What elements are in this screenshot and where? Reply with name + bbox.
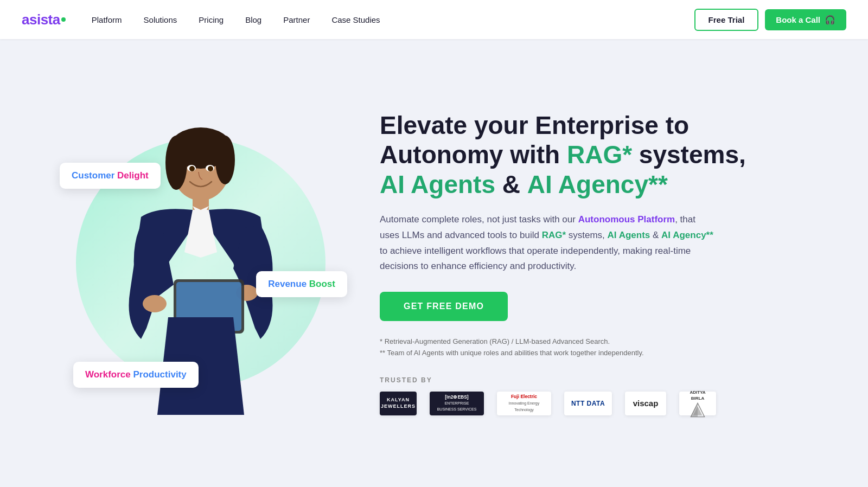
desc-rag: RAG*: [542, 230, 566, 240]
headline-ai-agency: AI Agency**: [527, 170, 668, 198]
nav-links: Platform Solutions Pricing Blog Partner …: [92, 15, 694, 24]
headline-ai-agents: AI Agents: [380, 170, 495, 198]
headline-part3: &: [495, 170, 527, 198]
headset-icon: 🎧: [825, 15, 835, 25]
logo-nttdata: NTT DATA: [564, 392, 612, 415]
logo-viscap: viscap: [625, 392, 666, 415]
desc-part5: to achieve intelligent workflows that op…: [380, 246, 691, 272]
nav-blog[interactable]: Blog: [245, 15, 261, 24]
footnotes: * Retrieval-Augmented Generation (RAG) /…: [380, 336, 749, 359]
hero-section: Customer Delight Revenue Boost Workforce…: [0, 39, 868, 487]
logo[interactable]: asista: [22, 11, 66, 28]
svg-point-12: [189, 166, 195, 171]
get-free-demo-button[interactable]: GET FREE DEMO: [380, 292, 508, 321]
hero-description: Automate complete roles, not just tasks …: [380, 212, 716, 275]
logo-fuji: Fuji Electric Innovating Energy Technolo…: [497, 392, 551, 415]
revenue-label: Revenue Boost: [268, 279, 335, 289]
nav-platform[interactable]: Platform: [92, 15, 122, 24]
desc-part1: Automate complete roles, not just tasks …: [380, 214, 578, 225]
hero-content: Elevate your Enterprise to Autonomy with…: [380, 111, 749, 415]
customer-label-part1: Customer Delight: [72, 170, 149, 181]
autonomous-platform-link[interactable]: Autonomous Platform: [578, 214, 675, 225]
float-customer-delight: Customer Delight: [60, 163, 161, 189]
headline-part2: systems,: [632, 140, 746, 169]
book-call-button[interactable]: Book a Call 🎧: [765, 9, 846, 30]
headline-rag: RAG*: [567, 140, 632, 169]
logo-in2ebs: [In2⊕EBS]ENTERPRISE BUSINESS SERVICES: [430, 392, 484, 415]
nav-partner[interactable]: Partner: [283, 15, 310, 24]
trusted-logos: KALYANJEWELLERS [In2⊕EBS]ENTERPRISE BUSI…: [380, 392, 749, 415]
desc-part3: systems,: [566, 230, 608, 240]
logo-aditya-birla: ADITYA BIRLA: [679, 392, 716, 415]
desc-ai-agents: AI Agents: [608, 230, 650, 240]
nav-actions: Free Trial Book a Call 🎧: [694, 9, 846, 31]
svg-point-3: [215, 136, 235, 184]
footnote2: ** Team of AI Agents with unique roles a…: [380, 348, 749, 359]
float-revenue-boost: Revenue Boost: [256, 271, 347, 297]
svg-point-2: [165, 136, 187, 190]
svg-point-6: [143, 295, 167, 312]
trusted-section: TRUSTED BY KALYANJEWELLERS [In2⊕EBS]ENTE…: [380, 376, 749, 415]
navbar: asista Platform Solutions Pricing Blog P…: [0, 0, 868, 39]
nav-solutions[interactable]: Solutions: [144, 15, 177, 24]
hero-illustration: Customer Delight Revenue Boost Workforce…: [43, 79, 358, 447]
hero-headline: Elevate your Enterprise to Autonomy with…: [380, 111, 749, 199]
svg-point-13: [208, 166, 213, 171]
workforce-label: Workforce Productivity: [85, 369, 187, 380]
logo-text: asista: [22, 11, 60, 28]
free-trial-button[interactable]: Free Trial: [694, 9, 759, 31]
footnote1: * Retrieval-Augmented Generation (RAG) /…: [380, 336, 749, 348]
nav-pricing[interactable]: Pricing: [199, 15, 224, 24]
desc-ai-agency: AI Agency**: [661, 230, 713, 240]
desc-part4: &: [650, 230, 661, 240]
logo-dot: [61, 17, 66, 22]
trusted-by-label: TRUSTED BY: [380, 376, 749, 384]
logo-kalyan: KALYANJEWELLERS: [380, 392, 417, 415]
nav-case-studies[interactable]: Case Studies: [331, 15, 380, 24]
float-workforce-productivity: Workforce Productivity: [73, 362, 199, 388]
book-call-label: Book a Call: [776, 15, 820, 24]
